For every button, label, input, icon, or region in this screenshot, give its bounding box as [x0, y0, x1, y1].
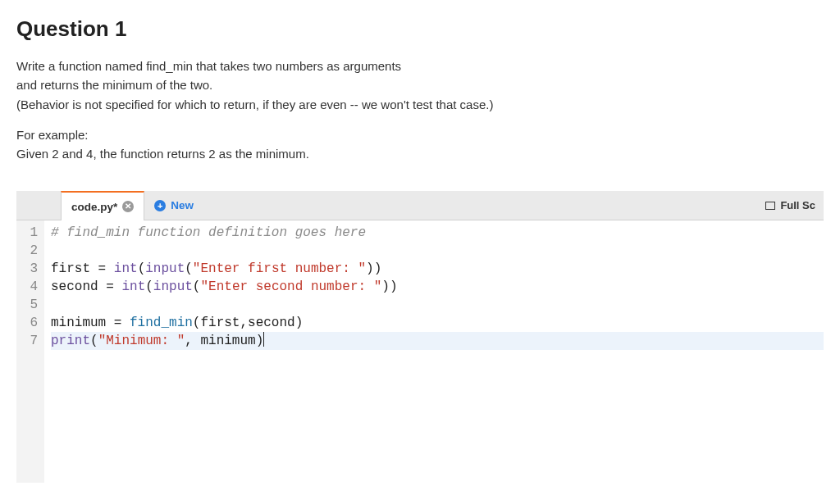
line-number: 4 — [20, 278, 38, 296]
plus-icon: + — [154, 200, 166, 211]
line-number: 1 — [20, 224, 38, 242]
fullscreen-icon — [765, 202, 775, 210]
new-tab-button[interactable]: + New — [144, 191, 203, 220]
fullscreen-button[interactable]: Full Sc — [760, 191, 824, 220]
code-line: # find_min function definition goes here — [51, 224, 824, 242]
line-number: 2 — [20, 242, 38, 260]
line-number: 7 — [20, 332, 38, 350]
code-content[interactable]: # find_min function definition goes here… — [44, 220, 824, 483]
tab-label: code.py* — [71, 201, 117, 213]
question-prompt: Write a function named find_min that tak… — [16, 57, 824, 163]
prompt-line: (Behavior is not specified for which to … — [16, 95, 824, 114]
editor-tabbar: code.py* ✕ + New Full Sc — [16, 191, 824, 220]
prompt-line: Given 2 and 4, the function returns 2 as… — [16, 144, 824, 163]
code-line: first = int(input("Enter first number: "… — [51, 260, 824, 278]
code-line — [51, 242, 824, 260]
code-line — [51, 296, 824, 314]
prompt-line: Write a function named find_min that tak… — [16, 57, 824, 75]
code-line: print("Minimum: ", minimum) — [51, 332, 824, 350]
close-icon[interactable]: ✕ — [122, 201, 134, 212]
prompt-line: For example: — [16, 125, 824, 144]
line-number: 5 — [20, 296, 38, 314]
prompt-line: and returns the minimum of the two. — [16, 75, 824, 94]
tab-code-py[interactable]: code.py* ✕ — [61, 191, 144, 220]
fullscreen-label: Full Sc — [780, 199, 815, 211]
line-number: 6 — [20, 314, 38, 332]
code-area[interactable]: 1 2 3 4 5 6 7 # find_min function defini… — [16, 220, 824, 483]
new-tab-label: New — [171, 199, 194, 211]
code-editor: code.py* ✕ + New Full Sc 1 2 3 4 5 6 7 — [16, 191, 824, 483]
line-number: 3 — [20, 260, 38, 278]
text-cursor — [263, 332, 264, 347]
line-gutter: 1 2 3 4 5 6 7 — [16, 220, 44, 483]
code-line: second = int(input("Enter second number:… — [51, 278, 824, 296]
code-line: minimum = find_min(first,second) — [51, 314, 824, 332]
page-title: Question 1 — [16, 16, 824, 42]
